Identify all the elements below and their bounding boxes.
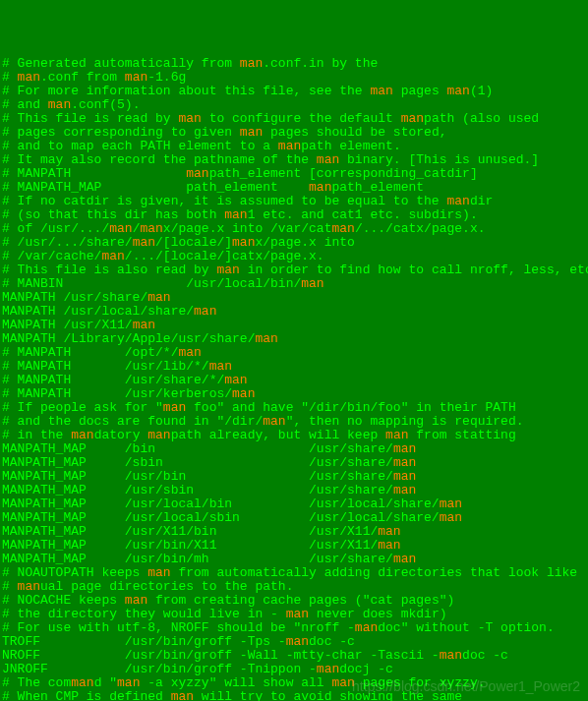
highlight-man: man <box>147 290 170 305</box>
highlight-man: man <box>385 428 408 442</box>
highlight-man: man <box>278 139 301 153</box>
code-line: # It may also record the pathname of the… <box>2 153 586 167</box>
highlight-man: man <box>440 510 462 525</box>
code-line: MANPATH_MAP /sbin /usr/share/man <box>2 456 586 470</box>
code-line: # /var/cache/man/.../[locale/]catx/page.… <box>2 250 586 263</box>
highlight-man: man <box>125 593 147 608</box>
code-line: # pages corresponding to given man pages… <box>2 126 586 140</box>
code-line: # This file is read by man to configure … <box>2 112 586 126</box>
code-line: MANPATH_MAP /usr/local/bin /usr/local/sh… <box>2 497 586 511</box>
code-line: # Generated automatically from man.conf.… <box>2 57 586 71</box>
highlight-man: man <box>263 414 285 429</box>
highlight-man: man <box>71 428 93 442</box>
highlight-man: man <box>317 662 339 676</box>
code-line: # (so that this dir has both man1 etc. a… <box>2 208 586 222</box>
code-line: # /usr/.../share/man/[locale/]manx/page.… <box>2 236 586 250</box>
highlight-man: man <box>147 565 170 580</box>
code-line: # This file is also read by man in order… <box>2 263 586 277</box>
highlight-man: man <box>317 152 339 167</box>
code-line: # MANBIN /usr/local/bin/man <box>2 277 586 291</box>
highlight-man: man <box>147 428 170 442</box>
highlight-man: man <box>378 538 400 553</box>
highlight-man: man <box>301 276 323 291</box>
code-line: MANPATH_MAP /usr/bin/mh /usr/share/man <box>2 553 586 566</box>
highlight-man: man <box>370 84 392 98</box>
highlight-man: man <box>232 235 255 250</box>
code-line: MANPATH_MAP /usr/bin /usr/share/man <box>2 470 586 484</box>
code-line: JNROFF /usr/bin/groff -Tnippon -mandocj … <box>2 663 586 676</box>
code-line: # NOCACHE keeps man from creating cache … <box>2 594 586 608</box>
highlight-man: man <box>232 386 255 401</box>
code-line: MANPATH /usr/share/man <box>2 291 586 305</box>
code-line: # For more information about this file, … <box>2 85 586 98</box>
code-line: # MANPATH /usr/lib/*/man <box>2 360 586 374</box>
code-line: # The command "man -a xyzzy" will show a… <box>2 676 586 690</box>
code-line: MANPATH /usr/X11/man <box>2 319 586 332</box>
code-line: # MANPATH /usr/share/*/man <box>2 374 586 387</box>
code-line: # in the mandatory manpath already, but … <box>2 429 586 442</box>
highlight-man: man <box>393 455 416 470</box>
code-line: # and man.conf(5). <box>2 98 586 112</box>
code-line: # man.conf from man-1.6g <box>2 71 586 85</box>
code-line: # If people ask for "man foo" and have "… <box>2 401 586 415</box>
highlight-man: man <box>18 579 40 594</box>
code-line: # MANPATH manpath_element [corresponding… <box>2 167 586 181</box>
highlight-man: man <box>440 497 462 511</box>
code-line: MANPATH_MAP /usr/X11/bin /usr/X11/man <box>2 525 586 539</box>
highlight-man: man <box>133 235 155 250</box>
highlight-man: man <box>255 331 277 346</box>
highlight-man: man <box>101 249 124 263</box>
code-line: MANPATH_MAP /usr/bin/X11 /usr/X11/man <box>2 539 586 553</box>
highlight-man: man <box>216 263 239 277</box>
highlight-man: man <box>209 359 232 374</box>
code-line: NROFF /usr/bin/groff -Wall -mtty-char -T… <box>2 649 586 663</box>
highlight-man: man <box>117 675 140 690</box>
highlight-man: man <box>18 70 40 85</box>
highlight-man: man <box>393 469 416 484</box>
code-line: # When CMP is defined man will try to av… <box>2 690 586 701</box>
code-line: MANPATH_MAP /bin /usr/share/man <box>2 442 586 456</box>
code-line: # If no catdir is given, it is assumed t… <box>2 195 586 208</box>
highlight-man: man <box>286 634 309 649</box>
highlight-man: man <box>48 97 71 112</box>
highlight-man: man <box>194 304 216 319</box>
highlight-man: man <box>331 675 354 690</box>
highlight-man: man <box>186 166 208 181</box>
highlight-man: man <box>240 56 263 71</box>
code-line: MANPATH_MAP /usr/local/sbin /usr/local/s… <box>2 511 586 525</box>
highlight-man: man <box>393 483 416 497</box>
highlight-man: man <box>178 111 201 126</box>
code-line: # and to map each PATH element to a manp… <box>2 140 586 153</box>
highlight-man: man <box>163 400 186 415</box>
highlight-man: man <box>125 70 147 85</box>
code-line: # the directory they would live in - man… <box>2 608 586 621</box>
highlight-man: man <box>440 648 462 663</box>
highlight-man: man <box>309 180 331 195</box>
code-line: # manual page directories to the path. <box>2 580 586 594</box>
highlight-man: man <box>109 221 132 236</box>
highlight-man: man <box>133 318 155 332</box>
highlight-man: man <box>240 125 263 140</box>
highlight-man: man <box>224 207 247 222</box>
code-line: # MANPATH_MAP path_element manpath_eleme… <box>2 181 586 195</box>
code-line: # For use with utf-8, NROFF should be "n… <box>2 621 586 635</box>
code-line: MANPATH /usr/local/share/man <box>2 305 586 319</box>
code-line: MANPATH_MAP /usr/sbin /usr/share/man <box>2 484 586 497</box>
code-line: MANPATH /Library/Apple/usr/share/man <box>2 332 586 346</box>
highlight-man: man <box>140 221 162 236</box>
highlight-man: man <box>378 524 400 539</box>
highlight-man: man <box>171 689 194 701</box>
highlight-man: man <box>446 84 469 98</box>
highlight-man: man <box>286 607 309 621</box>
highlight-man: man <box>393 552 416 566</box>
highlight-man: man <box>401 111 424 126</box>
code-line: # MANPATH /opt/*/man <box>2 346 586 360</box>
highlight-man: man <box>446 194 469 208</box>
highlight-man: man <box>71 675 93 690</box>
code-line: # of /usr/.../man/manx/page.x into /var/… <box>2 222 586 236</box>
highlight-man: man <box>224 373 247 387</box>
highlight-man: man <box>393 441 416 456</box>
code-line: # and the docs are found in "/dir/man", … <box>2 415 586 429</box>
code-line: TROFF /usr/bin/groff -Tps -mandoc -c <box>2 635 586 649</box>
highlight-man: man <box>331 221 354 236</box>
